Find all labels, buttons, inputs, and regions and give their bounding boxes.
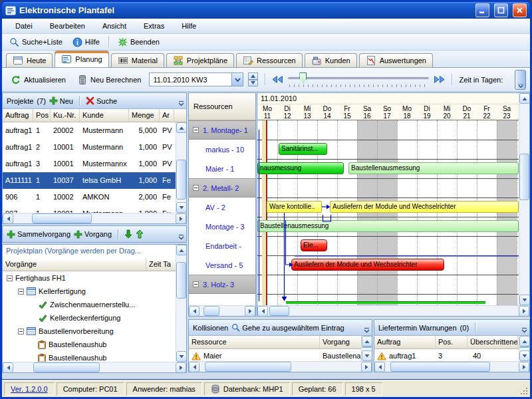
panel-options-icon[interactable] [521,328,527,333]
gantt-bar[interactable]: Baustellenausmessung [257,220,519,232]
tab-heute[interactable]: Heute [6,53,53,67]
collision-row[interactable]: MaierBaustellena [189,349,372,362]
tree-node[interactable]: Fertighaus FH1 [3,271,186,285]
column-header-auftrag[interactable]: Auftrag [3,109,33,122]
scrollbar-track[interactable] [519,104,529,295]
expander-icon[interactable] [193,127,199,133]
spin-down-icon[interactable] [248,80,258,87]
menu-item-extras[interactable]: Extras [138,20,170,32]
table-row[interactable]: A111111110037telsa GmbH1,000Fe [3,172,186,189]
expander-icon[interactable] [193,281,199,287]
scroll-left-button[interactable] [3,213,13,224]
scroll-down-button[interactable] [519,295,530,305]
recalculate-button[interactable]: Neu Berechnen [74,73,144,86]
help-button[interactable]: Hilfe [69,36,103,49]
tree-node[interactable]: Zwischenmauernerstellu... [3,298,186,311]
scroll-back-button[interactable] [272,76,283,83]
tab-auswertungen[interactable]: Auswertungen [359,53,433,67]
gantt-bar[interactable]: Ele... [301,239,327,251]
scroll-down-button[interactable] [519,350,530,361]
resource-row[interactable]: Montage - 3 [189,217,255,236]
scrollbar-track[interactable] [176,255,186,351]
tree-node[interactable]: Baustellenvorbereitung [3,325,186,338]
column-header-pos[interactable]: Pos [33,109,51,122]
gantt-bar[interactable]: Baustellenausmessung [348,162,519,174]
tree-node[interactable]: Kellerfertigung [3,285,186,298]
horizontal-scrollbar[interactable] [374,361,529,372]
scroll-up-button[interactable] [176,122,186,133]
menu-item-datei[interactable]: Datei [10,20,38,32]
tab-material[interactable]: Material [111,53,164,67]
resource-row[interactable]: Maier - 1 [189,159,255,178]
panel-options-icon[interactable] [178,235,184,240]
scrollbar-track[interactable] [362,346,372,350]
resource-row[interactable]: AV - 2 [189,198,255,217]
scrollbar-thumb[interactable] [33,362,100,372]
scrollbar-track[interactable] [176,133,186,202]
panel-options-icon[interactable] [364,328,370,333]
expander-icon[interactable] [7,275,13,281]
column-header--berschrittene[interactable]: Überschrittene [467,336,518,348]
toolbar-overflow-button[interactable] [515,70,526,90]
scrollbar-track[interactable] [385,362,519,372]
scroll-down-button[interactable] [362,350,372,361]
expander-icon[interactable] [193,185,199,191]
panel-options-icon[interactable] [178,101,184,106]
resource-row[interactable]: Endarbeit - [189,236,255,255]
scroll-left-button[interactable] [3,362,13,373]
scrollbar-track[interactable] [13,213,176,223]
horizontal-scrollbar[interactable] [3,213,186,223]
add-task-button[interactable]: Vorgang [74,230,112,239]
spin-up-icon[interactable] [248,72,258,80]
table-row[interactable]: auftrag1120002Mustermann5,000PV [3,122,186,139]
menu-item-ansicht[interactable]: Ansicht [97,20,132,32]
table-row[interactable]: auftrag1310001Mustermannx1,000PV [3,156,186,172]
scroll-up-button[interactable] [362,336,372,346]
resize-grip[interactable] [520,387,529,396]
menu-item-bearbeiten[interactable]: Bearbeiten [45,20,90,32]
dropdown-arrow-icon[interactable] [231,73,243,86]
resource-group-row[interactable]: 1. Montage- 1 [189,120,255,140]
expander-icon[interactable] [18,289,24,295]
scroll-right-button[interactable] [245,306,255,317]
horizontal-scrollbar[interactable] [3,362,186,372]
zoom-slider[interactable] [288,71,429,88]
menu-item-hilfe[interactable]: Hilfe [176,20,201,32]
slider-track[interactable] [288,77,429,79]
column-header-vorg-nge[interactable]: Vorgänge [3,258,146,271]
scroll-up-button[interactable] [519,336,530,346]
title-bar[interactable]: Elektronische Plantafel [2,2,530,19]
tab-ressourcen[interactable]: Ressourcen [236,53,303,67]
scrollbar-thumb[interactable] [203,306,219,316]
vertical-scrollbar[interactable] [519,336,529,361]
tree-node[interactable]: Kellerdeckenfertigung [3,311,186,325]
search-project-button[interactable]: Suche [86,96,117,105]
scrollbar-thumb[interactable] [32,213,92,223]
version-link[interactable]: Ver. 1.2.0.0 [11,385,48,393]
tree-node[interactable]: Baustellenaushub [3,338,186,351]
tab-planung[interactable]: Planung [55,51,108,67]
scroll-up-button[interactable] [176,245,187,255]
scrollbar-thumb[interactable] [176,262,186,299]
week-spinner[interactable] [248,72,258,86]
gantt-bar[interactable]: Ware kontollie.. [267,201,322,213]
resource-group-row[interactable]: 3. Holz- 3 [189,275,255,294]
move-down-button[interactable] [124,229,132,239]
maximize-button[interactable] [494,3,508,17]
vertical-scrollbar[interactable] [176,122,186,213]
gantt-bar[interactable]: Sanitärinst... [279,143,327,155]
search-list-button[interactable]: Suche+Liste [6,36,66,49]
column-header-ressource[interactable]: Ressource [189,336,320,348]
minimize-button[interactable] [475,3,489,17]
scrollbar-thumb[interactable] [362,346,372,348]
vertical-scrollbar[interactable] [361,336,372,361]
add-collective-task-button[interactable]: Sammelvorgang [7,230,70,239]
resource-row[interactable]: markus - 10 [189,140,255,159]
column-header-ar[interactable]: Ar [160,109,174,122]
resource-group-row[interactable]: 2. Metall- 2 [189,178,255,198]
tab-kunden[interactable]: Kunden [305,53,357,67]
table-row[interactable]: 907110001Mustermann1,000Fu [3,205,186,213]
horizontal-scrollbar[interactable] [189,361,372,372]
scroll-up-button[interactable] [519,93,530,104]
resource-row[interactable]: Versand - 5 [189,255,255,275]
